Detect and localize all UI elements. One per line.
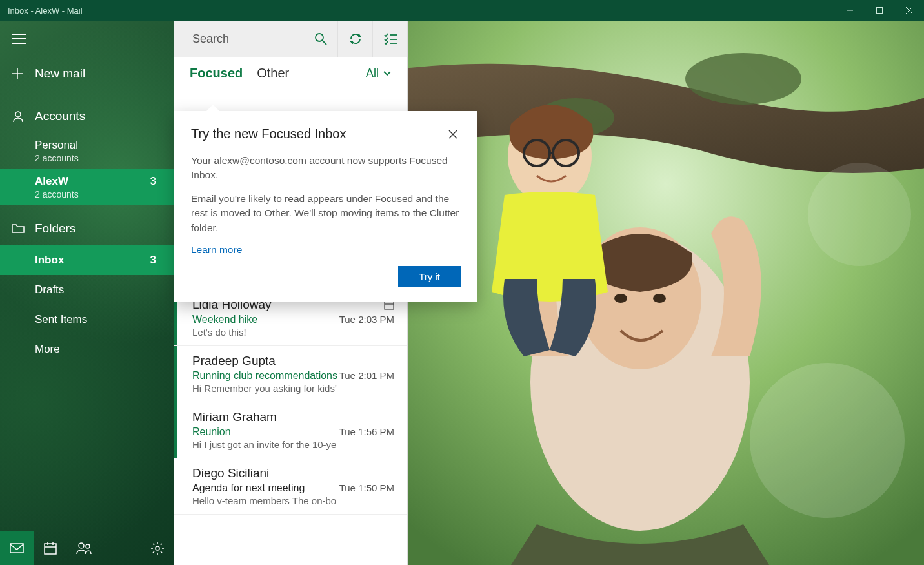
- message-subject: Reunion: [192, 426, 231, 438]
- svg-point-29: [685, 53, 801, 105]
- svg-rect-23: [385, 302, 394, 309]
- svg-point-38: [750, 363, 905, 518]
- accounts-header[interactable]: Accounts: [0, 99, 174, 133]
- try-it-button[interactable]: Try it: [398, 266, 461, 287]
- svg-point-17: [156, 546, 159, 550]
- close-icon: [448, 129, 458, 139]
- tab-other[interactable]: Other: [257, 66, 289, 81]
- select-mode-button[interactable]: [372, 21, 407, 57]
- sync-button[interactable]: [337, 21, 372, 57]
- folder-item[interactable]: Inbox3: [0, 245, 174, 275]
- svg-point-18: [316, 34, 323, 41]
- hamburger-icon: [12, 34, 26, 44]
- account-name: AlexW: [35, 175, 68, 188]
- svg-line-19: [323, 41, 326, 45]
- window-title: Inbox - AlexW - Mail: [8, 6, 83, 15]
- svg-rect-10: [10, 544, 23, 553]
- filter-label: All: [366, 67, 379, 80]
- focused-inbox-popup: Try the new Focused Inbox Your alexw@con…: [174, 111, 477, 302]
- people-app-button[interactable]: [67, 531, 101, 565]
- chevron-down-icon: [383, 70, 392, 77]
- account-sub: 2 accounts: [35, 189, 174, 200]
- message-preview: Hello v-team members The on-bo: [192, 495, 394, 506]
- close-button[interactable]: [894, 0, 924, 21]
- account-name: Personal: [35, 139, 78, 152]
- reading-pane: [408, 21, 924, 565]
- svg-rect-1: [877, 8, 883, 14]
- calendar-app-button[interactable]: [34, 531, 67, 565]
- message-preview: Let's do this!: [192, 327, 394, 338]
- svg-point-33: [653, 294, 666, 303]
- folder-item[interactable]: More: [0, 334, 174, 364]
- search-button[interactable]: [303, 21, 337, 57]
- message-time: Tue 1:50 PM: [339, 482, 394, 494]
- inbox-tabs: Focused Other All: [174, 57, 407, 90]
- message-item[interactable]: Pradeep Gupta Running club recommendatio…: [174, 346, 407, 402]
- svg-point-16: [86, 544, 90, 548]
- message-time: Tue 2:01 PM: [339, 370, 394, 382]
- background-image: [408, 21, 924, 565]
- hamburger-button[interactable]: [0, 21, 174, 57]
- message-preview: Hi Remember you asking for kids': [192, 383, 394, 394]
- svg-point-15: [79, 543, 84, 548]
- new-mail-label: New mail: [35, 67, 85, 81]
- message-subject: Agenda for next meeting: [192, 482, 305, 494]
- tab-focused[interactable]: Focused: [190, 66, 243, 81]
- folder-icon: [12, 223, 35, 234]
- folder-label: Inbox: [35, 254, 64, 267]
- popup-close-button[interactable]: [445, 127, 461, 145]
- maximize-button[interactable]: [865, 0, 894, 21]
- folder-item[interactable]: Drafts: [0, 275, 174, 305]
- bottom-bar: [0, 531, 174, 565]
- message-subject: Running club recommendations: [192, 370, 337, 382]
- svg-point-9: [15, 112, 21, 117]
- learn-more-link[interactable]: Learn more: [191, 244, 242, 255]
- accounts-label: Accounts: [35, 109, 85, 123]
- message-from: Diego Siciliani: [192, 466, 269, 480]
- svg-rect-11: [45, 544, 56, 554]
- plus-icon: [12, 68, 35, 79]
- message-time: Tue 1:56 PM: [339, 426, 394, 438]
- folders-label: Folders: [35, 221, 75, 236]
- search-input[interactable]: Search: [174, 32, 303, 46]
- account-sub: 2 accounts: [35, 153, 174, 163]
- settings-button[interactable]: [141, 531, 174, 565]
- titlebar: Inbox - AlexW - Mail: [0, 0, 924, 21]
- sidebar: New mail Accounts Personal2 accountsAlex…: [0, 21, 174, 565]
- folder-badge: 3: [150, 254, 156, 267]
- mail-app-button[interactable]: [0, 531, 34, 565]
- message-item[interactable]: Diego Siciliani Agenda for next meetingT…: [174, 458, 407, 515]
- message-subject: Weekend hike: [192, 314, 257, 325]
- search-bar: Search: [174, 21, 407, 57]
- folder-label: Drafts: [35, 283, 64, 296]
- new-mail-button[interactable]: New mail: [0, 57, 174, 90]
- popup-text-2: Email you're likely to read appears unde…: [191, 192, 461, 235]
- filter-dropdown[interactable]: All: [366, 67, 392, 80]
- folders-header[interactable]: Folders: [0, 212, 174, 245]
- minimize-button[interactable]: [835, 0, 865, 21]
- folder-item[interactable]: Sent Items: [0, 305, 174, 334]
- message-from: Miriam Graham: [192, 410, 277, 424]
- account-item[interactable]: Personal2 accounts: [0, 133, 174, 169]
- popup-title: Try the new Focused Inbox: [191, 127, 346, 141]
- message-preview: Hi I just got an invite for the 10-ye: [192, 439, 394, 450]
- account-badge: 3: [150, 175, 156, 188]
- svg-point-32: [614, 294, 627, 303]
- account-item[interactable]: AlexW32 accounts: [0, 169, 174, 205]
- folder-label: More: [35, 343, 60, 356]
- popup-text-1: Your alexw@contoso.com account now suppo…: [191, 154, 461, 183]
- folder-label: Sent Items: [35, 313, 87, 326]
- message-from: Pradeep Gupta: [192, 354, 276, 368]
- message-time: Tue 2:03 PM: [339, 314, 394, 325]
- message-item[interactable]: Miriam Graham ReunionTue 1:56 PM Hi I ju…: [174, 402, 407, 458]
- person-icon: [12, 110, 35, 123]
- svg-point-39: [808, 163, 911, 266]
